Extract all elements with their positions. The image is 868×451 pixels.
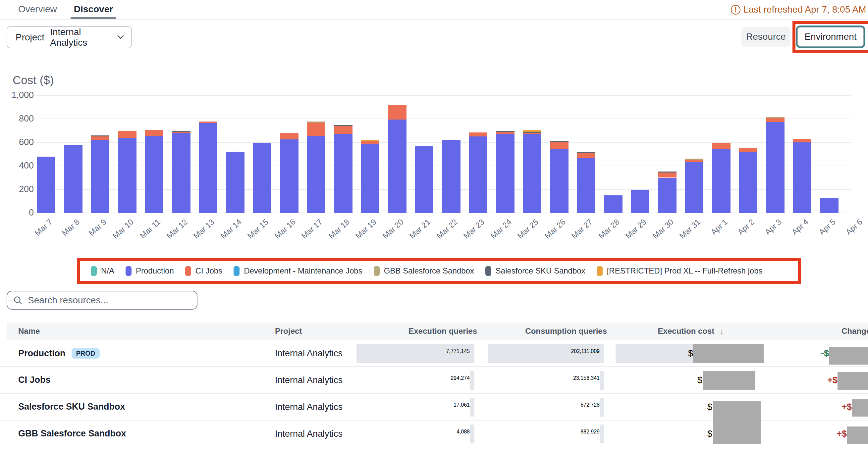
- execution-queries-databar: [470, 424, 474, 443]
- bar-segment-gbb-salesforce-sandbox: [307, 122, 326, 123]
- bar-segment-ci-jobs: [685, 160, 703, 162]
- bar-segment-production: [793, 142, 811, 213]
- y-axis-tick-label: 0: [0, 207, 34, 218]
- x-axis-tick-label: Mar 15: [237, 217, 270, 248]
- execution-queries-cell: 294,274: [351, 375, 470, 381]
- legend-swatch: [485, 266, 491, 276]
- column-header-project[interactable]: Project: [275, 326, 302, 336]
- legend-label: CI Jobs: [195, 266, 222, 276]
- column-header-execution-cost[interactable]: Execution cost ↓: [591, 326, 724, 336]
- legend-item--restricted-prod-xl-full-refresh-jobs[interactable]: [RESTRICTED] Prod XL -- Full-Refresh job…: [597, 266, 763, 276]
- group-by-resource-button[interactable]: Resource: [741, 27, 790, 47]
- bar-segment-ci-jobs: [712, 143, 731, 150]
- column-header-name[interactable]: Name: [18, 326, 40, 336]
- bar-segment-salesforce-sku-sandbox: [523, 132, 541, 133]
- bar-segment-ci-jobs: [361, 141, 379, 144]
- tab-overview[interactable]: Overview: [18, 4, 57, 14]
- consumption-queries-cell: 23,156,341: [480, 375, 600, 381]
- bar-segment-ci-jobs: [172, 132, 190, 133]
- project-filter-label: Project: [16, 32, 44, 43]
- annotation-box-chart-legend: N/AProductionCI JobsDevelopment - Mainte…: [77, 258, 801, 284]
- execution-cost-prefix: $: [692, 402, 712, 412]
- table-row-0[interactable]: ProductionPRODInternal Analytics7,771,14…: [0, 340, 868, 367]
- column-header-change[interactable]: Change: [738, 326, 868, 336]
- x-axis-tick-label: Mar 26: [534, 217, 567, 248]
- bar-segment-production: [253, 143, 271, 213]
- bar-segment-ci-jobs: [766, 118, 784, 122]
- bar-segment-ci-jobs: [280, 133, 299, 140]
- resource-search: [7, 291, 197, 310]
- x-axis-tick-label: Apr 6: [831, 217, 864, 248]
- y-axis-tick-label: 400: [0, 161, 34, 171]
- bar-segment-production: [91, 140, 109, 213]
- bar-segment-production: [577, 158, 595, 213]
- legend-swatch: [91, 266, 97, 276]
- execution-cost-prefix: $: [673, 348, 693, 359]
- sort-descending-icon: ↓: [720, 326, 724, 335]
- y-axis-tick-label: 600: [0, 137, 34, 147]
- project-filter-dropdown[interactable]: Project Internal Analytics: [7, 26, 132, 49]
- cost-dashboard: Overview Discover ! Last refreshed Apr 7…: [0, 0, 868, 451]
- bar-segment-ci-jobs: [199, 122, 217, 123]
- legend-label: [RESTRICTED] Prod XL -- Full-Refresh job…: [607, 266, 763, 276]
- bar-segment-production: [739, 152, 757, 213]
- bar-segment-production: [280, 139, 299, 213]
- legend-item-development-maintenance-jobs[interactable]: Development - Maintenance Jobs: [234, 266, 363, 276]
- chevron-down-icon: [117, 35, 124, 39]
- x-axis-tick-label: Mar 31: [669, 217, 702, 248]
- change-prefix: +$: [820, 429, 847, 439]
- execution-cost-prefix: $: [692, 429, 712, 439]
- bar-segment-production: [820, 198, 838, 213]
- chart-title: Cost ($): [12, 73, 54, 87]
- legend-item-salesforce-sku-sandbox[interactable]: Salesforce SKU Sandbox: [485, 266, 585, 276]
- x-axis-tick-label: Mar 18: [318, 217, 351, 248]
- x-axis-tick-label: Mar 21: [399, 217, 432, 248]
- legend-item-production[interactable]: Production: [126, 266, 174, 276]
- execution-cost-prefix: $: [682, 375, 702, 385]
- redaction-mask-execution-cost: [693, 344, 764, 363]
- redaction-mask-execution-cost-rows-3-4: [713, 401, 761, 444]
- column-header-consumption-queries[interactable]: Consumption queries: [474, 326, 607, 336]
- consumption-queries-cell: 202,111,009: [480, 348, 600, 354]
- x-axis-tick-label: Mar 9: [75, 217, 108, 248]
- search-input[interactable]: [28, 295, 191, 305]
- bar-segment-production: [388, 120, 406, 213]
- table-header: Name Project Execution queries Consumpti…: [7, 323, 868, 340]
- bar-segment-production: [118, 138, 136, 213]
- bar-segment-salesforce-sku-sandbox: [577, 152, 595, 153]
- bar-segment-ci-jobs: [658, 172, 677, 178]
- bar-segment-ci-jobs: [523, 133, 541, 134]
- legend-swatch: [374, 266, 380, 276]
- bar-segment-production: [361, 144, 379, 213]
- x-axis-tick-label: Mar 27: [561, 217, 594, 248]
- last-refreshed-text: Last refreshed Apr 7, 8:05 AM PDT: [743, 4, 868, 15]
- legend-label: Salesforce SKU Sandbox: [496, 266, 585, 276]
- group-by-environment-button[interactable]: Environment: [797, 27, 864, 47]
- bar-segment-production: [226, 152, 245, 213]
- x-axis-tick-label: Mar 7: [21, 217, 54, 248]
- bar-segment-production: [37, 157, 55, 213]
- search-icon: [13, 296, 23, 305]
- legend-item-n-a[interactable]: N/A: [91, 266, 114, 276]
- tab-discover[interactable]: Discover: [70, 4, 116, 14]
- bar-segment-ci-jobs: [793, 139, 811, 142]
- execution-queries-databar: [470, 398, 474, 417]
- bar-segment-ci-jobs: [496, 132, 515, 134]
- legend-item-ci-jobs[interactable]: CI Jobs: [185, 266, 222, 276]
- bar-segment-ci-jobs: [307, 123, 326, 136]
- bar-segment-production: [712, 149, 731, 213]
- legend-item-gbb-salesforce-sandbox[interactable]: GBB Salesforce Sandbox: [374, 266, 474, 276]
- redaction-mask-change: [829, 347, 868, 364]
- resource-name: Salesforce SKU Sandbox: [18, 402, 125, 412]
- y-gridline: [36, 95, 851, 96]
- legend-swatch: [597, 266, 602, 276]
- project-filter-value: Internal Analytics: [50, 27, 117, 48]
- bar-segment-production: [685, 162, 703, 213]
- table-row-1[interactable]: CI JobsInternal Analytics294,27423,156,3…: [0, 367, 868, 394]
- topbar-divider: [0, 19, 868, 20]
- x-axis-tick-label: Mar 28: [588, 217, 621, 248]
- x-axis-tick-label: Apr 4: [777, 217, 810, 248]
- column-header-execution-queries[interactable]: Execution queries: [345, 326, 477, 336]
- project-cell: Internal Analytics: [275, 402, 343, 412]
- bar-segment-ci-jobs: [550, 142, 568, 149]
